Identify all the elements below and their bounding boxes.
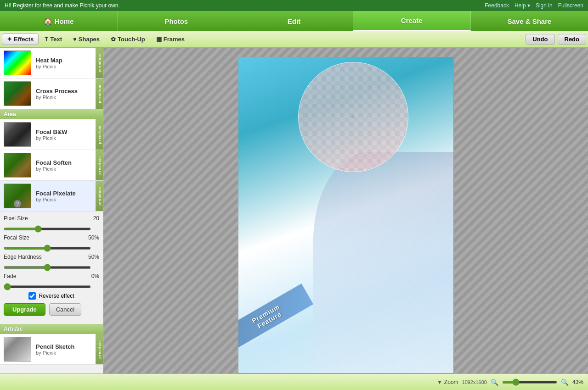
frames-tab[interactable]: ▦ Frames [151,33,190,45]
bottom-bar: ▼ Zoom 1092x1600 🔍 🔍 43% [0,373,588,390]
frames-icon: ▦ [156,36,162,43]
nav-tab-photos[interactable]: Photos [118,11,235,31]
fullscreen-link[interactable]: Fullscreen [558,2,583,9]
nav-tab-create[interactable]: Create [353,11,471,31]
help-link[interactable]: Help ▾ [514,2,530,9]
pixel-size-slider[interactable] [4,228,91,230]
photo-background: + PremiumFeature [238,57,453,373]
effect-item-focal-soften[interactable]: Focal Soften by Picnik premium [0,150,103,181]
top-bar: Hi! Register for free and make Picnik yo… [0,0,588,11]
text-tab[interactable]: T Text [40,33,67,45]
zoom-dimensions: 1092x1600 [462,379,487,385]
effect-item-cross-process[interactable]: Cross Process by Picnik premium [0,78,103,109]
focal-size-slider-container [4,245,99,251]
zoom-slider[interactable] [502,381,557,384]
top-bar-message: Hi! Register for free and make Picnik yo… [5,2,120,9]
effect-thumb-focal-soften [4,153,31,178]
effect-item-heat-map[interactable]: Heat Map by Picnik premium [0,48,103,78]
nav-tab-save-share[interactable]: Save & Share [471,11,588,31]
pixel-size-label: Pixel Size [4,215,83,222]
edge-hardness-row: Edge Hardness 50% [4,254,99,260]
fade-slider[interactable] [4,285,91,288]
zoom-in-icon[interactable]: 🔍 [561,379,569,386]
zoom-percent: 43% [572,379,583,385]
feedback-link[interactable]: Feedback [485,2,509,9]
reverse-effect-row: Reverse effect [4,292,99,300]
controls-area: Pixel Size 20 Focal Size 50% Edge Hardne… [0,212,103,324]
signin-link[interactable]: Sign in [536,2,553,9]
redo-button[interactable]: Redo [558,34,587,45]
pixel-size-row: Pixel Size 20 [4,215,99,222]
shapes-icon: ♥ [73,36,77,43]
effect-info-focal-soften: Focal Soften by Picnik [36,159,99,172]
effect-thumb-pencil-sketch [4,337,31,362]
premium-badge-pencil-sketch: premium [96,334,103,364]
edge-hardness-value: 50% [83,254,99,260]
edge-hardness-slider[interactable] [4,266,91,269]
top-bar-right: Feedback Help ▾ Sign in Fullscreen [485,2,583,9]
pixelate-effect [299,62,408,172]
premium-badge-focal-bw: premium [96,119,103,150]
effect-info-cross-process: Cross Process by Picnik [36,88,99,100]
effects-tab[interactable]: ✦ Effects [2,33,39,45]
zoom-text: Zoom [444,379,458,385]
zoom-label: ▼ Zoom [437,379,458,385]
nav-tab-edit[interactable]: Edit [235,11,353,31]
cancel-button[interactable]: Cancel [49,303,81,316]
photo-canvas[interactable]: + PremiumFeature [238,57,454,373]
effect-info-focal-pixelate: Focal Pixelate by Picnik [36,190,99,202]
effect-item-pencil-sketch[interactable]: Pencil Sketch by Picnik premium [0,334,103,365]
effect-info-focal-bw: Focal B&W by Picnik [36,128,99,141]
premium-badge-cross-process: premium [96,78,103,109]
reverse-effect-checkbox[interactable] [28,292,36,300]
effect-item-focal-bw[interactable]: Focal B&W by Picnik premium [0,119,103,150]
toolbar-right: Undo Redo [526,34,586,45]
premium-badge-heat-map: premium [96,48,103,78]
undo-button[interactable]: Undo [526,34,554,45]
canvas-area[interactable]: + PremiumFeature [103,48,588,373]
effect-thumb-cross-process [4,81,31,106]
zoom-triangle-icon: ▼ [437,379,442,385]
reverse-effect-label: Reverse effect [39,293,74,299]
effect-help-icon[interactable]: ? [14,200,21,207]
edge-hardness-label: Edge Hardness [4,254,83,260]
premium-badge-focal-soften: premium [96,150,103,180]
pixel-size-value: 20 [83,215,99,222]
nav-tab-home[interactable]: 🏠 Home [0,11,118,31]
main-layout: Heat Map by Picnik premium Cross Process… [0,48,588,373]
upgrade-button[interactable]: Upgrade [4,303,45,316]
touchup-tab[interactable]: ✿ Touch-Up [106,33,150,45]
effect-item-focal-pixelate[interactable]: ? Focal Pixelate by Picnik premium [0,181,103,212]
shapes-tab[interactable]: ♥ Shapes [68,33,105,45]
home-icon: 🏠 [44,17,52,25]
focal-size-row: Focal Size 50% [4,234,99,241]
effect-thumb-focal-bw [4,122,31,147]
focal-size-value: 50% [83,234,99,241]
edge-hardness-slider-container [4,264,99,270]
effects-icon: ✦ [7,36,12,43]
text-icon: T [45,36,48,43]
fade-label: Fade [4,273,83,279]
section-header-area: Area [0,109,103,119]
focal-size-slider[interactable] [4,247,91,250]
fade-slider-container [4,283,99,290]
fade-row: Fade 0% [4,273,99,279]
zoom-out-icon[interactable]: 🔍 [491,379,498,386]
effect-thumb-heat-map [4,50,31,75]
focal-size-label: Focal Size [4,234,83,241]
nav-tabs: 🏠 Home Photos Edit Create Save & Share [0,11,588,31]
section-header-artistic: Artistic [0,324,103,334]
pixelate-circle[interactable]: + [298,62,408,172]
person-body [313,152,453,373]
effect-info-heat-map: Heat Map by Picnik [36,57,99,69]
touchup-icon: ✿ [111,36,116,43]
toolbar: ✦ Effects T Text ♥ Shapes ✿ Touch-Up ▦ F… [0,31,588,48]
action-buttons: Upgrade Cancel [4,303,99,316]
fade-value: 0% [83,273,99,279]
sidebar: Heat Map by Picnik premium Cross Process… [0,48,103,373]
premium-badge-focal-pixelate: premium [96,181,103,211]
effect-info-pencil-sketch: Pencil Sketch by Picnik [36,343,99,356]
pixel-size-slider-container [4,225,99,232]
